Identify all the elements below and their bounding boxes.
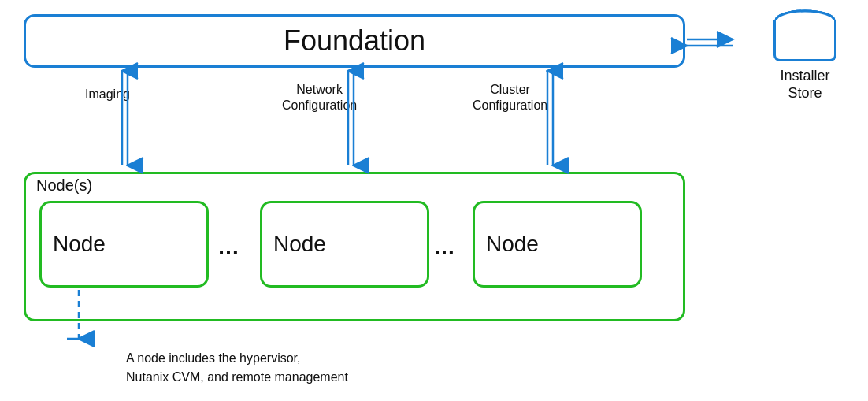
node-label-2: Node (273, 232, 326, 257)
nodes-section-label: Node(s) (36, 176, 92, 195)
bottom-note: A node includes the hypervisor, Nutanix … (126, 349, 348, 387)
installer-store-label: Installer Store (780, 68, 829, 102)
cluster-label: ClusterConfiguration (473, 82, 547, 113)
foundation-box: Foundation (24, 14, 685, 68)
cylinder-body (773, 20, 836, 61)
node-label-1: Node (53, 232, 106, 257)
dots-1: … (217, 235, 239, 260)
installer-store: Installer Store (766, 9, 844, 102)
node-box-1: Node (39, 201, 209, 288)
imaging-label: Imaging (85, 87, 130, 102)
node-box-2: Node (260, 201, 429, 288)
diagram-container: Foundation Installer Store Node(s) Node … (0, 0, 868, 401)
dots-2: … (433, 235, 455, 260)
foundation-label: Foundation (284, 24, 425, 58)
cylinder-icon (773, 9, 836, 65)
node-box-3: Node (473, 201, 642, 288)
network-label: NetworkConfiguration (282, 82, 357, 113)
node-label-3: Node (486, 232, 539, 257)
